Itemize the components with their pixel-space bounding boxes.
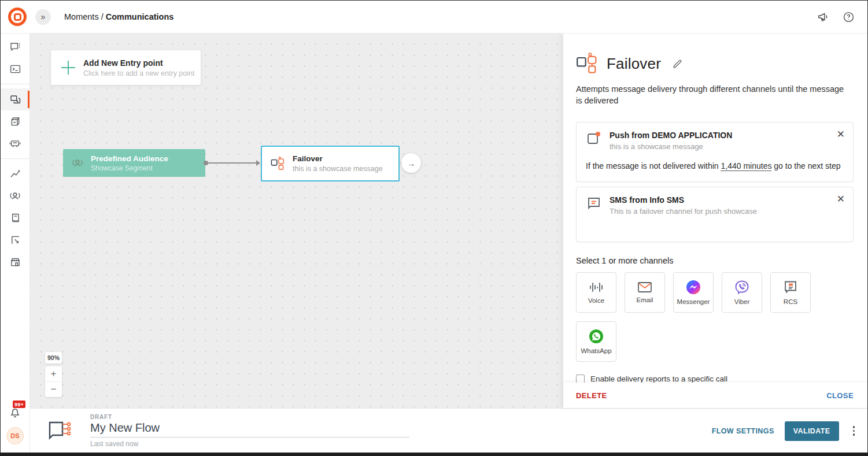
channel-button-rcs[interactable]: RCS xyxy=(770,272,811,313)
audience-icon xyxy=(71,157,84,169)
terminal-icon xyxy=(9,63,21,75)
flow-footer-bar: DRAFT My New Flow Last saved now FLOW SE… xyxy=(30,408,867,453)
entry-card-title: Add New Entry point xyxy=(83,58,194,68)
plus-icon xyxy=(61,61,75,75)
delivery-reports-checkbox-row[interactable]: Enable delivery reports to a specific ca… xyxy=(576,375,854,383)
flow-connector-arrow xyxy=(205,162,260,164)
failover-node-subtitle: this is a showcase message xyxy=(293,165,383,173)
card-subtitle: This is a failover channel for push show… xyxy=(610,207,757,216)
flow-icon xyxy=(45,419,72,443)
viber-icon xyxy=(734,280,749,295)
failover-settings-panel: Failover Attempts message delivery throu… xyxy=(563,34,867,408)
push-notification-icon xyxy=(586,131,602,151)
help-icon[interactable] xyxy=(843,11,855,23)
whats-new-megaphone-icon[interactable] xyxy=(817,10,830,23)
channel-button-viber[interactable]: Viber xyxy=(722,272,762,313)
channel-label: RCS xyxy=(784,298,797,305)
infobip-logo-icon xyxy=(8,8,27,26)
corner-pointer-icon xyxy=(9,234,21,246)
line-chart-icon xyxy=(9,168,21,180)
validate-button[interactable]: VALIDATE xyxy=(785,421,839,441)
package-icon xyxy=(9,116,21,128)
channel-button-whatsapp[interactable]: WhatsApp xyxy=(576,321,616,362)
notification-count-badge: 99+ xyxy=(13,401,25,408)
breadcrumb[interactable]: Moments / Communications xyxy=(64,12,173,21)
robot-icon xyxy=(9,137,21,150)
failover-node-selected[interactable]: Failover this is a showcase message xyxy=(261,146,400,181)
flow-canvas[interactable]: Add New Entry point Click here to add a … xyxy=(30,34,563,408)
sidebar-item-marketplace[interactable] xyxy=(1,251,29,273)
failover-icon xyxy=(271,156,286,171)
sidebar-item-exchange[interactable] xyxy=(1,110,29,132)
panel-title: Failover xyxy=(607,55,661,73)
flow-settings-button[interactable]: FLOW SETTINGS xyxy=(712,427,774,435)
notifications-button[interactable]: 99+ xyxy=(8,405,22,419)
close-button[interactable]: CLOSE xyxy=(826,391,854,400)
channel-label: Viber xyxy=(734,298,750,305)
moments-flow-builder: » Moments / Communications xyxy=(0,0,868,456)
sidebar-item-answers-bot[interactable] xyxy=(1,132,29,154)
checkbox-label: Enable delivery reports to a specific ca… xyxy=(590,375,727,383)
panel-footer: DELETE CLOSE xyxy=(563,383,867,408)
panel-description: Attempts message delivery through differ… xyxy=(576,83,848,107)
sidebar-item-knowledge-base[interactable] xyxy=(1,207,29,229)
moments-icon xyxy=(9,94,21,106)
channel-label: Email xyxy=(637,296,653,303)
sidebar-divider xyxy=(1,84,29,84)
add-next-step-button[interactable]: → xyxy=(401,153,421,173)
chat-dots-icon xyxy=(9,41,21,53)
rcs-icon xyxy=(783,280,798,295)
messenger-icon xyxy=(686,280,701,295)
sidebar-item-people[interactable] xyxy=(1,185,29,207)
add-entry-point-card[interactable]: Add New Entry point Click here to add a … xyxy=(51,50,201,85)
sms-message-icon xyxy=(586,195,602,216)
failover-step-card-push[interactable]: Push from DEMO APPLICATION this is a sho… xyxy=(576,122,854,182)
people-icon xyxy=(9,190,21,202)
channel-label: Voice xyxy=(588,297,604,304)
sidebar-item-moments[interactable] xyxy=(1,88,29,110)
channel-label: Messenger xyxy=(677,298,710,305)
channel-label: WhatsApp xyxy=(581,347,611,354)
card-title: SMS from Info SMS xyxy=(610,195,757,205)
failover-timeout-note: If the message is not delivered within 1… xyxy=(586,161,844,170)
remove-step-icon[interactable]: ✕ xyxy=(837,129,845,139)
zoom-controls: + − xyxy=(45,366,62,397)
sidebar-item-analytics[interactable] xyxy=(1,163,29,185)
sidebar-divider xyxy=(1,158,29,159)
left-sidebar: 99+ DS xyxy=(1,34,30,453)
zoom-level: 90% xyxy=(45,352,62,364)
channel-button-email[interactable]: Email xyxy=(625,272,665,313)
sidebar-item-flows-pointer[interactable] xyxy=(1,229,29,251)
delete-button[interactable]: DELETE xyxy=(576,391,607,400)
chevrons-right-icon: » xyxy=(41,12,46,21)
sidebar-item-conversations[interactable] xyxy=(1,36,29,58)
timeout-value[interactable]: 1,440 minutes xyxy=(721,161,771,171)
channel-button-messenger[interactable]: Messenger xyxy=(673,272,714,313)
zoom-out-button[interactable]: − xyxy=(45,382,62,397)
storefront-icon xyxy=(9,256,21,268)
screen-edge xyxy=(0,453,868,456)
failover-icon xyxy=(576,52,599,75)
panel-content: Failover Attempts message delivery throu… xyxy=(563,34,867,383)
flow-name-input[interactable]: My New Flow xyxy=(90,421,409,438)
edit-name-icon[interactable] xyxy=(672,58,683,69)
channel-button-voice[interactable]: Voice xyxy=(576,272,616,313)
sidebar-expand-button[interactable]: » xyxy=(35,9,51,25)
audience-node-subtitle: Showcase Segment xyxy=(91,164,168,172)
status-badge: DRAFT xyxy=(90,414,409,420)
remove-step-icon[interactable]: ✕ xyxy=(837,194,845,204)
arrow-right-icon: → xyxy=(407,158,416,168)
zoom-in-button[interactable]: + xyxy=(45,366,62,382)
email-envelope-icon xyxy=(637,281,652,293)
entry-card-subtitle: Click here to add a new entry point xyxy=(83,69,194,77)
predefined-audience-node[interactable]: Predefined Audience Showcase Segment xyxy=(63,149,205,177)
failover-step-card-sms[interactable]: SMS from Info SMS This is a failover cha… xyxy=(576,187,854,242)
checkbox[interactable] xyxy=(576,375,585,383)
card-title: Push from DEMO APPLICATION xyxy=(610,131,732,140)
more-options-kebab-icon[interactable] xyxy=(853,426,855,436)
sidebar-item-developer-tools[interactable] xyxy=(1,58,29,80)
whatsapp-icon xyxy=(589,329,604,344)
user-avatar[interactable]: DS xyxy=(6,427,24,444)
top-bar: » Moments / Communications xyxy=(1,1,867,34)
channels-section-label: Select 1 or more channels xyxy=(576,256,854,265)
